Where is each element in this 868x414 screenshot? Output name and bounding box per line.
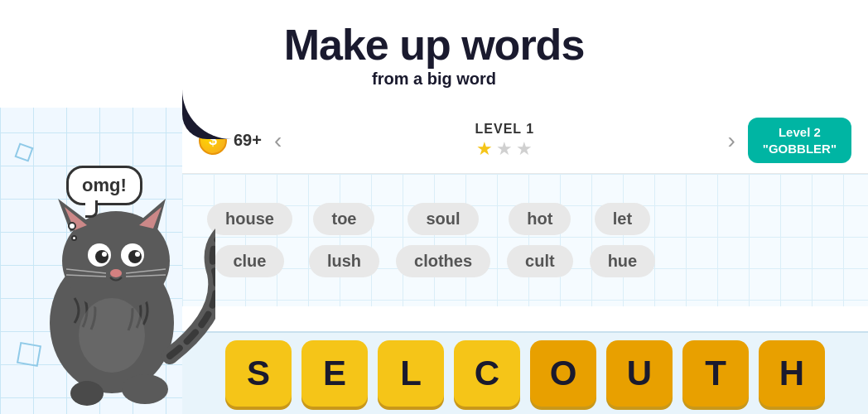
word-clue[interactable]: clue	[215, 245, 284, 277]
star-3: ★	[516, 138, 533, 160]
stars-row: ★ ★ ★	[476, 138, 533, 160]
header: Make up words from a big word	[0, 0, 868, 108]
top-bar: $ 69+ ‹ LEVEL 1 ★ ★ ★ › Level 2 "GOBBLER…	[182, 108, 868, 174]
letter-tile-c[interactable]: C	[454, 340, 520, 407]
word-hue[interactable]: hue	[590, 245, 656, 277]
svg-point-17	[122, 374, 168, 404]
tiles-area: S E L C O U T H	[182, 331, 868, 414]
letter-tile-l[interactable]: L	[378, 340, 444, 407]
svg-point-18	[70, 381, 104, 406]
word-lush[interactable]: lush	[309, 245, 379, 277]
word-house[interactable]: house	[207, 203, 292, 235]
svg-point-11	[135, 252, 140, 257]
speech-bubble: omg!	[66, 166, 142, 205]
words-area: house clue toe lush soul clothes hot cul…	[182, 174, 868, 306]
word-toe[interactable]: toe	[313, 203, 374, 235]
svg-point-19	[79, 298, 145, 373]
level-label: LEVEL 1	[475, 122, 535, 137]
svg-point-8	[95, 250, 108, 263]
star-2: ★	[496, 138, 513, 160]
word-let[interactable]: let	[595, 203, 650, 235]
svg-point-12	[110, 269, 122, 277]
level-area: LEVEL 1 ★ ★ ★	[294, 122, 715, 160]
coin-count: 69+	[234, 131, 262, 150]
letter-tile-h[interactable]: H	[759, 340, 825, 407]
word-column-2: toe lush	[309, 203, 379, 277]
letter-tile-e[interactable]: E	[301, 340, 368, 407]
game-panel: $ 69+ ‹ LEVEL 1 ★ ★ ★ › Level 2 "GOBBLER…	[182, 108, 868, 414]
page-subtitle: from a big word	[372, 70, 496, 89]
word-cult[interactable]: cult	[507, 245, 573, 277]
letter-tile-t[interactable]: T	[682, 340, 749, 407]
svg-point-9	[128, 250, 142, 263]
letter-tile-s[interactable]: S	[225, 340, 292, 407]
nav-left-arrow[interactable]: ‹	[262, 128, 294, 154]
word-column-1: house clue	[207, 203, 292, 277]
star-1: ★	[476, 138, 493, 160]
word-column-5: let hue	[590, 203, 656, 277]
word-column-3: soul clothes	[396, 203, 490, 277]
page-title: Make up words	[284, 20, 585, 70]
next-level-button[interactable]: Level 2 "GOBBLER"	[748, 118, 851, 163]
bubble-dots	[68, 222, 77, 241]
nav-right-arrow[interactable]: ›	[715, 128, 747, 154]
letter-tile-u[interactable]: U	[606, 340, 673, 407]
word-hot[interactable]: hot	[509, 203, 571, 235]
cat-container: omg!	[0, 99, 215, 414]
word-soul[interactable]: soul	[407, 203, 478, 235]
svg-point-10	[102, 252, 107, 257]
letter-tile-o[interactable]: O	[530, 340, 596, 407]
word-clothes[interactable]: clothes	[396, 245, 490, 277]
word-column-4: hot cult	[507, 203, 573, 277]
